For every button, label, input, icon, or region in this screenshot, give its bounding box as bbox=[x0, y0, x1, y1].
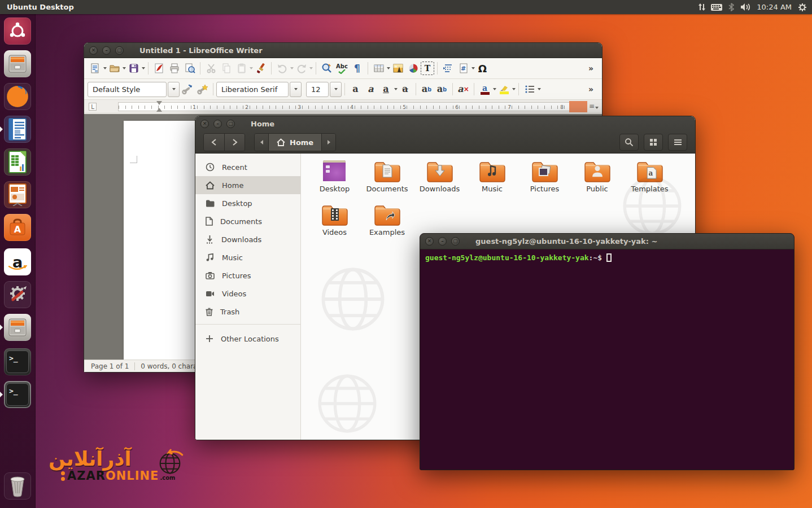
open-button[interactable] bbox=[107, 60, 122, 76]
font-size-combo[interactable]: 12 bbox=[306, 82, 329, 97]
paragraph-style-combo[interactable]: Default Style bbox=[88, 82, 167, 97]
maximize-button[interactable]: ▢ bbox=[115, 46, 124, 55]
page-count[interactable]: Page 1 of 1 bbox=[91, 362, 129, 370]
minimize-button[interactable]: – bbox=[213, 120, 222, 128]
highlight-button[interactable] bbox=[496, 81, 512, 97]
file-item-videos[interactable]: Videos bbox=[308, 203, 361, 246]
bold-button[interactable]: a bbox=[348, 81, 363, 97]
strikethrough-button[interactable]: a bbox=[398, 81, 413, 97]
formatting-marks-button[interactable]: ¶ bbox=[350, 60, 365, 76]
maximize-button[interactable]: ▢ bbox=[451, 237, 460, 246]
insert-chart-button[interactable] bbox=[405, 60, 421, 76]
terminal-body[interactable]: guest-ng5ylz@ubuntu-16-10-yakkety-yak:~$ bbox=[420, 249, 794, 470]
spelling-button[interactable]: Abc bbox=[334, 60, 350, 76]
view-grid-button[interactable] bbox=[644, 134, 663, 151]
paste-button[interactable] bbox=[234, 60, 249, 76]
sidebar-item-videos[interactable]: Videos bbox=[195, 284, 300, 303]
italic-button[interactable]: a bbox=[363, 81, 378, 97]
launcher-ubuntu-software[interactable]: A A bbox=[4, 214, 31, 241]
launcher-files[interactable] bbox=[4, 50, 31, 77]
underline-button[interactable]: a bbox=[378, 81, 394, 97]
font-color-button[interactable]: a bbox=[477, 81, 492, 97]
sidebar-item-music[interactable]: Music bbox=[195, 248, 300, 266]
keyboard-indicator-icon[interactable] bbox=[709, 0, 724, 14]
session-gear-icon[interactable] bbox=[795, 0, 810, 14]
copy-button[interactable] bbox=[219, 60, 234, 76]
new-document-button[interactable] bbox=[88, 60, 103, 76]
file-item-templates[interactable]: a Templates bbox=[623, 159, 676, 202]
file-item-downloads[interactable]: Downloads bbox=[413, 159, 466, 202]
launcher-terminal-2[interactable]: >_ bbox=[4, 381, 31, 408]
size-combo-dropdown[interactable] bbox=[330, 82, 342, 97]
bluetooth-indicator-icon[interactable] bbox=[724, 0, 739, 14]
file-item-desktop[interactable]: Desktop bbox=[308, 159, 361, 202]
sidebar-item-documents[interactable]: Documents bbox=[195, 212, 300, 230]
sidebar-item-downloads[interactable]: Downloads bbox=[195, 230, 300, 248]
minimize-button[interactable]: – bbox=[438, 237, 447, 246]
window-menu-button[interactable] bbox=[668, 134, 687, 151]
close-button[interactable]: ✕ bbox=[89, 46, 98, 55]
ruler-options-icon[interactable]: ≡ bbox=[589, 102, 599, 110]
file-item-documents[interactable]: Documents bbox=[361, 159, 413, 202]
undo-button[interactable] bbox=[274, 60, 290, 76]
launcher-amazon[interactable]: a bbox=[4, 248, 31, 275]
path-scroll-right[interactable] bbox=[322, 134, 335, 151]
terminal-titlebar[interactable]: ✕ – ▢ guest-ng5ylz@ubuntu-16-10-yakkety-… bbox=[420, 234, 794, 249]
writer-titlebar[interactable]: ✕ – ▢ Untitled 1 - LibreOffice Writer bbox=[84, 43, 602, 58]
sidebar-item-trash[interactable]: Trash bbox=[195, 303, 300, 321]
style-combo-dropdown[interactable] bbox=[168, 82, 180, 97]
sidebar-item-desktop[interactable]: Desktop bbox=[195, 194, 300, 212]
volume-indicator-icon[interactable] bbox=[739, 0, 753, 14]
back-button[interactable] bbox=[204, 134, 224, 151]
launcher-firefox[interactable] bbox=[4, 83, 31, 110]
bullet-list-dropdown-caret[interactable] bbox=[538, 88, 541, 90]
network-indicator-icon[interactable] bbox=[695, 0, 709, 14]
save-dropdown-caret[interactable] bbox=[142, 67, 145, 69]
subscript-button[interactable]: ab bbox=[434, 81, 449, 97]
launcher-libreoffice-writer[interactable] bbox=[4, 116, 31, 143]
export-pdf-button[interactable] bbox=[151, 60, 167, 76]
path-scroll-left[interactable] bbox=[255, 134, 268, 151]
launcher-system-settings[interactable] bbox=[4, 281, 31, 308]
launcher-libreoffice-impress[interactable] bbox=[4, 181, 31, 208]
format-toolbar-overflow-button[interactable]: » bbox=[583, 81, 599, 97]
insert-table-button[interactable] bbox=[371, 60, 386, 76]
sidebar-item-other-locations[interactable]: Other Locations bbox=[195, 330, 300, 348]
forward-button[interactable] bbox=[224, 134, 245, 151]
font-combo-dropdown[interactable] bbox=[290, 82, 302, 97]
file-item-examples[interactable]: Examples bbox=[361, 203, 413, 246]
print-button[interactable] bbox=[167, 60, 182, 76]
special-character-button[interactable]: Ω bbox=[475, 60, 490, 76]
sidebar-item-home[interactable]: Home bbox=[195, 176, 300, 194]
redo-dropdown-caret[interactable] bbox=[309, 67, 313, 69]
print-preview-button[interactable] bbox=[182, 60, 197, 76]
clear-formatting-button[interactable]: a× bbox=[456, 81, 471, 97]
cut-button[interactable] bbox=[203, 60, 219, 76]
file-item-public[interactable]: Public bbox=[571, 159, 623, 202]
superscript-button[interactable]: ab bbox=[419, 81, 434, 97]
new-style-button[interactable] bbox=[195, 81, 210, 97]
clone-formatting-button[interactable] bbox=[253, 60, 268, 76]
file-item-music[interactable]: Music bbox=[466, 159, 518, 202]
insert-page-number-button[interactable]: # bbox=[456, 60, 471, 76]
close-button[interactable]: ✕ bbox=[425, 237, 434, 246]
redo-button[interactable] bbox=[294, 60, 309, 76]
update-style-button[interactable] bbox=[180, 81, 195, 97]
indent-marker[interactable] bbox=[156, 101, 163, 112]
search-button[interactable] bbox=[619, 134, 639, 151]
save-button[interactable] bbox=[126, 60, 141, 76]
launcher-files-archive[interactable] bbox=[4, 314, 31, 341]
find-replace-button[interactable] bbox=[319, 60, 334, 76]
launcher-terminal[interactable]: >_ bbox=[4, 348, 31, 375]
launcher-libreoffice-calc[interactable] bbox=[4, 148, 31, 176]
sidebar-item-pictures[interactable]: Pictures bbox=[195, 266, 300, 284]
file-item-pictures[interactable]: Pictures bbox=[518, 159, 571, 202]
launcher-trash[interactable] bbox=[4, 472, 31, 500]
files-headerbar[interactable]: ✕ – ▢ Home Home bbox=[195, 116, 695, 154]
path-home-button[interactable]: Home bbox=[268, 134, 322, 151]
close-button[interactable]: ✕ bbox=[200, 120, 209, 128]
maximize-button[interactable]: ▢ bbox=[226, 120, 235, 128]
insert-image-button[interactable] bbox=[390, 60, 405, 76]
bullet-list-button[interactable] bbox=[522, 81, 537, 97]
minimize-button[interactable]: – bbox=[102, 46, 111, 55]
